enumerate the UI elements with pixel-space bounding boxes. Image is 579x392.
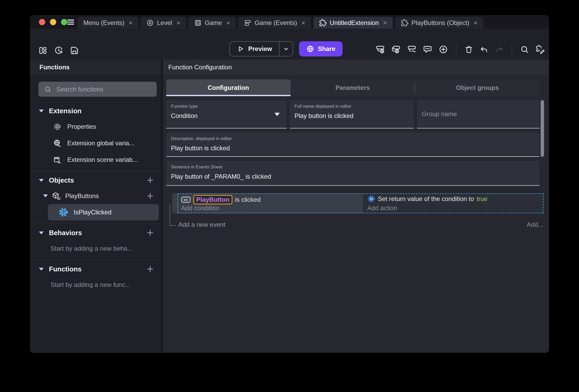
- add-function-button[interactable]: [146, 265, 154, 273]
- undo-icon: [480, 45, 489, 54]
- section-objects[interactable]: Objects: [30, 173, 161, 188]
- section-behaviors[interactable]: Behaviors: [30, 225, 161, 240]
- fields-row: Function type Condition Full name displa…: [166, 100, 540, 128]
- add-new-event-button[interactable]: Add a new event: [178, 221, 225, 228]
- item-label: Properties: [67, 123, 96, 130]
- tab-game-events[interactable]: Game (Events) ×: [238, 17, 311, 29]
- panel-title: Function Configuration: [163, 60, 549, 75]
- functions-empty-hint: Start by adding a new func...: [30, 276, 161, 293]
- project-manager-icon: [38, 46, 47, 55]
- plus-icon: [146, 265, 154, 273]
- section-extension[interactable]: Extension: [30, 104, 161, 118]
- toolbar: Preview Share: [30, 29, 549, 60]
- sidebar-item-isplayclicked[interactable]: ? IsPlayClicked: [48, 204, 159, 220]
- function-type-select[interactable]: Function type Condition: [166, 100, 287, 128]
- close-tab-icon[interactable]: ×: [129, 19, 133, 26]
- close-tab-icon[interactable]: ×: [301, 19, 305, 26]
- dropdown-arrow-icon: [275, 113, 280, 116]
- dimension-label: 2D: [57, 197, 60, 200]
- group-name-field[interactable]: [417, 100, 540, 128]
- redo-button[interactable]: [495, 45, 504, 54]
- globe-variable-icon: [53, 139, 62, 147]
- add-behavior-button[interactable]: [146, 229, 154, 237]
- scene-variable-icon: [53, 156, 62, 164]
- add-comment-button[interactable]: [423, 45, 432, 54]
- chevron-down-icon[interactable]: [39, 231, 44, 234]
- close-tab-icon[interactable]: ×: [176, 19, 180, 26]
- share-button[interactable]: Share: [299, 41, 343, 56]
- search-functions-input[interactable]: [56, 86, 151, 93]
- field-label: Description, displayed in editor: [171, 136, 535, 141]
- tab-object-groups[interactable]: Object groups: [415, 79, 540, 96]
- project-manager-button[interactable]: [38, 46, 47, 55]
- preview-button[interactable]: Preview: [230, 42, 279, 56]
- description-field[interactable]: Description, displayed in editor Play bu…: [166, 132, 540, 157]
- section-label: Extension: [49, 107, 161, 115]
- save-icon: [70, 46, 79, 55]
- event-tree-line: [170, 205, 176, 226]
- tab-playbuttons-object[interactable]: PlayButtons (Object) ×: [395, 17, 483, 29]
- full-name-field[interactable]: Full name displayed in editor Play butto…: [290, 100, 414, 128]
- add-button[interactable]: [439, 45, 448, 54]
- section-label: Behaviors: [49, 229, 146, 237]
- tab-label: Game: [205, 19, 222, 27]
- functions-sidebar: Functions Extension Properties: [30, 60, 161, 353]
- toolbar-divider: [512, 44, 512, 55]
- sidebar-divider: [30, 223, 161, 223]
- tab-untitled-extension[interactable]: UntitledExtension ×: [313, 17, 393, 29]
- chevron-down-icon[interactable]: [39, 110, 44, 112]
- tab-parameters[interactable]: Parameters: [291, 79, 415, 96]
- add-subevent-button[interactable]: [391, 45, 401, 54]
- sidebar-item-extension-scene-variables[interactable]: Extension scene variab...: [30, 151, 161, 168]
- field-value: Condition: [171, 112, 282, 120]
- minimize-window-button[interactable]: [50, 19, 56, 25]
- group-name-input[interactable]: [422, 110, 535, 118]
- plus-icon: [146, 229, 154, 237]
- add-function-to-object-button[interactable]: [146, 192, 154, 200]
- tab-game[interactable]: Game ×: [189, 17, 236, 29]
- section-functions[interactable]: Functions: [30, 262, 161, 276]
- event-row[interactable]: OK PlayButton is clicked Add condition G…: [172, 193, 544, 213]
- sentence-field[interactable]: Sentence in Events Sheet Play button of …: [166, 161, 540, 186]
- active-tab-underline: [166, 95, 291, 96]
- version-history-button[interactable]: [54, 46, 63, 55]
- add-event-icon: [375, 45, 385, 54]
- close-tab-icon[interactable]: ×: [226, 19, 230, 26]
- tab-menu-events[interactable]: Menu (Events) ×: [78, 17, 138, 29]
- close-window-button[interactable]: [39, 19, 45, 25]
- close-tab-icon[interactable]: ×: [474, 19, 478, 26]
- configuration-tabs: Configuration Parameters Object groups: [166, 79, 540, 96]
- add-other-event-button[interactable]: [407, 45, 417, 54]
- main-menu-button[interactable]: [66, 18, 75, 27]
- add-subevent-icon: [391, 45, 401, 54]
- events-sheet-icon: [244, 19, 251, 27]
- save-button[interactable]: [70, 46, 79, 55]
- undo-button[interactable]: [480, 45, 489, 54]
- edit-extension-button[interactable]: [535, 44, 545, 54]
- field-label: Full name displayed in editor: [294, 104, 409, 109]
- chevron-down-icon[interactable]: [43, 194, 48, 197]
- item-label: IsPlayClicked: [74, 209, 111, 216]
- sidebar-title: Functions: [30, 60, 161, 75]
- preview-label: Preview: [248, 45, 272, 53]
- add-more-button[interactable]: Add...: [527, 221, 543, 228]
- tab-level[interactable]: Level ×: [141, 17, 186, 29]
- add-object-button[interactable]: [146, 176, 154, 184]
- chevron-down-icon[interactable]: [39, 268, 44, 271]
- search-functions-box[interactable]: [38, 82, 157, 97]
- scrollbar-thumb[interactable]: [541, 100, 544, 157]
- tab-configuration[interactable]: Configuration: [166, 79, 291, 96]
- sidebar-item-playbuttons[interactable]: 2D PlayButtons: [30, 188, 161, 204]
- sidebar-item-extension-global-variables[interactable]: Extension global varia...: [30, 135, 161, 151]
- preview-options-button[interactable]: [279, 42, 293, 56]
- search-icon: [520, 45, 529, 54]
- add-event-button[interactable]: [375, 45, 385, 54]
- chevron-down-icon[interactable]: [39, 179, 44, 182]
- sidebar-item-properties[interactable]: Properties: [30, 118, 161, 135]
- delete-button[interactable]: [464, 45, 473, 54]
- item-label: Extension scene variab...: [67, 156, 138, 163]
- search-button[interactable]: [520, 45, 529, 54]
- item-label: PlayButtons: [65, 192, 146, 200]
- behaviors-empty-hint: Start by adding a new beha...: [30, 240, 161, 257]
- close-tab-icon[interactable]: ×: [383, 19, 387, 26]
